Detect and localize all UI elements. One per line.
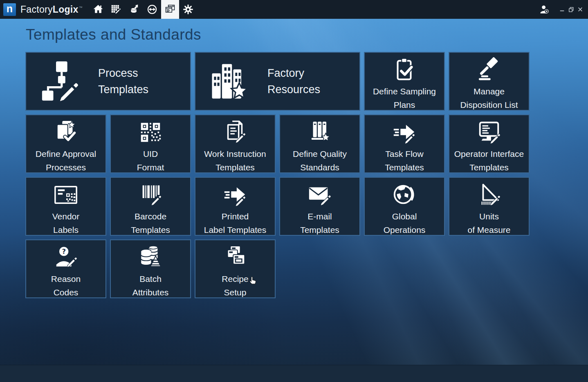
- tile-label: Global Operations: [384, 210, 426, 237]
- nav-transfer-button[interactable]: [143, 0, 161, 19]
- main-nav: [89, 0, 197, 19]
- globe-icon: [392, 182, 417, 208]
- factory-star-icon: [209, 60, 252, 103]
- person-question-pencil-icon: ?: [53, 245, 79, 270]
- transfer-circle-icon: [146, 4, 158, 15]
- tile-label: Define Quality Standards: [293, 147, 347, 174]
- tile-define-approval-processes[interactable]: Define Approval Processes: [25, 114, 106, 173]
- close-icon: [577, 7, 583, 12]
- app-logo: n: [3, 3, 16, 16]
- tile-global-operations[interactable]: Global Operations: [364, 177, 445, 236]
- ruler-pencil-icon: [476, 182, 502, 208]
- barcode-pencil-icon: [138, 182, 163, 208]
- tile-email-templates[interactable]: E-mail Templates: [279, 177, 360, 236]
- envelope-pencil-icon: [307, 182, 332, 208]
- tile-label: Work Instruction Templates: [204, 147, 266, 174]
- tile-label: Define Sampling Plans: [373, 85, 436, 112]
- arrow-pencil-icon: [222, 182, 248, 208]
- user-status-icon: [539, 3, 551, 16]
- brand-name: FactoryLogix™: [20, 4, 83, 15]
- templates-icon: [164, 4, 176, 15]
- app-logo-letter: n: [7, 4, 13, 14]
- nav-database-import-button[interactable]: [125, 0, 143, 19]
- tile-label: Printed Label Templates: [204, 210, 267, 237]
- label-qr-icon: [53, 182, 79, 208]
- tile-task-flow-templates[interactable]: Task Flow Templates: [364, 114, 445, 173]
- tile-manage-disposition-list[interactable]: Manage Disposition List: [449, 52, 530, 111]
- gavel-icon: [476, 57, 502, 83]
- tile-reason-codes[interactable]: ? Reason Codes: [25, 239, 106, 298]
- tile-barcode-templates[interactable]: Barcode Templates: [110, 177, 191, 236]
- tile-label: Operator Interface Templates: [454, 147, 524, 174]
- tile-label: Manage Disposition List: [460, 85, 518, 112]
- clipboard-check-icon: [392, 57, 417, 83]
- window-controls: [537, 0, 585, 19]
- home-icon: [92, 4, 104, 15]
- data-grid-edit-icon: [110, 4, 122, 15]
- tile-label: Vendor Labels: [52, 210, 80, 237]
- qr-code-icon: [138, 120, 163, 145]
- tile-recipe-setup[interactable]: Recipe Setup: [195, 239, 276, 298]
- tile-printed-label-templates[interactable]: Printed Label Templates: [195, 177, 276, 236]
- tile-label: E-mail Templates: [300, 210, 339, 237]
- tile-process-templates[interactable]: Process Templates: [25, 52, 191, 111]
- books-star-icon: [307, 120, 332, 145]
- tile-label: UID Format: [137, 147, 164, 174]
- tile-factory-resources[interactable]: Factory Resources: [195, 52, 360, 111]
- restore-icon: [568, 7, 574, 12]
- tile-label: Factory Resources: [267, 65, 320, 98]
- tile-define-sampling-plans[interactable]: Define Sampling Plans: [364, 52, 445, 111]
- tile-label: Define Approval Processes: [36, 147, 96, 174]
- tile-label: Batch Attributes: [132, 272, 169, 299]
- nav-settings-button[interactable]: [179, 0, 197, 19]
- tile-units-of-measure[interactable]: Units of Measure: [449, 177, 530, 236]
- nav-templates-button[interactable]: [161, 0, 179, 19]
- tile-label: Recipe Setup: [222, 272, 248, 299]
- svg-text:?: ?: [62, 248, 66, 255]
- tile-label: Task Flow Templates: [385, 147, 424, 174]
- tile-vendor-labels[interactable]: Vendor Labels: [25, 177, 106, 236]
- top-bar: n FactoryLogix™: [0, 0, 588, 19]
- nav-home-button[interactable]: [89, 0, 107, 19]
- main-content: Templates and Standards Process Template…: [0, 19, 588, 365]
- page-title: Templates and Standards: [26, 26, 201, 43]
- tile-label: Units of Measure: [467, 210, 510, 237]
- tile-batch-attributes[interactable]: Batch Attributes: [110, 239, 191, 298]
- flowchart-pencil-icon: [40, 60, 83, 103]
- close-button[interactable]: [576, 0, 585, 19]
- tile-label: Barcode Templates: [131, 210, 170, 237]
- stacked-cards-icon: [222, 245, 248, 270]
- tile-label: Process Templates: [98, 65, 148, 98]
- tile-work-instruction-templates[interactable]: Work Instruction Templates: [195, 114, 276, 173]
- documents-approve-icon: [53, 120, 79, 145]
- minimize-icon: [559, 7, 565, 12]
- settings-gear-icon: [182, 4, 194, 15]
- bottom-bar: [0, 365, 588, 382]
- tile-label: Reason Codes: [51, 272, 81, 299]
- monitor-pencil-icon: [476, 120, 502, 145]
- tile-operator-interface-templates[interactable]: Operator Interface Templates: [449, 114, 530, 173]
- tile-uid-format[interactable]: UID Format: [110, 114, 191, 173]
- database-pyramid-icon: [138, 245, 163, 270]
- trademark: ™: [79, 6, 83, 10]
- minimize-button[interactable]: [558, 0, 567, 19]
- database-import-icon: [128, 4, 140, 15]
- document-pencil-icon: [222, 120, 248, 145]
- restore-button[interactable]: [567, 0, 576, 19]
- user-status-button[interactable]: [537, 0, 552, 19]
- tile-grid: Process Templates: [25, 52, 530, 298]
- arrow-pencil-icon: [392, 120, 417, 145]
- nav-data-grid-button[interactable]: [107, 0, 125, 19]
- tile-define-quality-standards[interactable]: Define Quality Standards: [279, 114, 360, 173]
